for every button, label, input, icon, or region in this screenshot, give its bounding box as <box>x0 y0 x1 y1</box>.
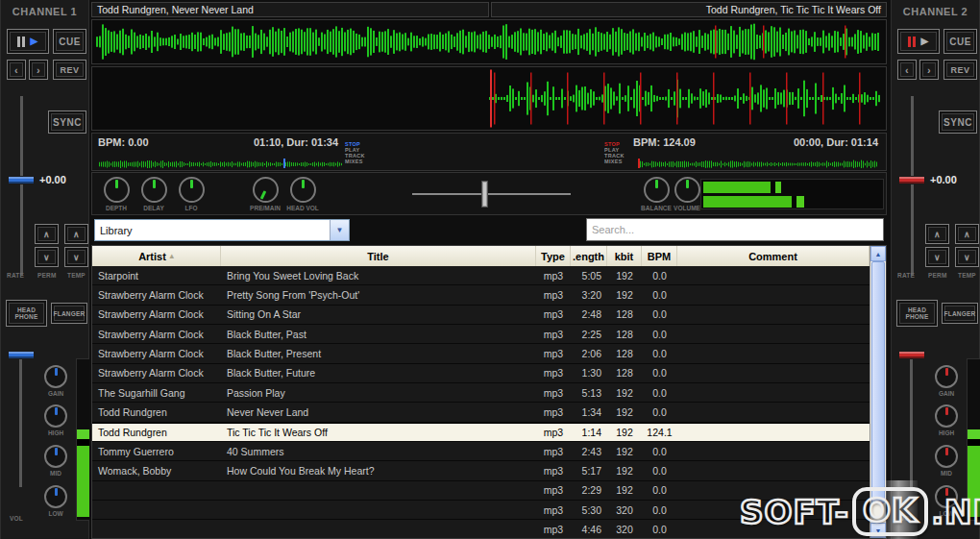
gain-knob[interactable] <box>935 365 958 388</box>
pause-icon <box>17 37 25 47</box>
pre-main-knob[interactable] <box>253 177 279 203</box>
step-back-button[interactable]: ‹ <box>7 60 26 80</box>
scroll-up-button[interactable]: ▲ <box>870 246 886 261</box>
cue-button[interactable]: CUE <box>943 29 977 54</box>
table-row[interactable]: Womack, BobbyHow Could You Break My Hear… <box>92 461 870 480</box>
library-source-dropdown[interactable]: Library ▼ <box>94 219 350 241</box>
perm-up-button[interactable]: ∧ <box>925 224 949 244</box>
deck-right-miniwave[interactable] <box>637 157 879 168</box>
table-row[interactable]: Strawberry Alarm ClockPretty Song From '… <box>92 285 870 305</box>
temp-down-button[interactable]: ∨ <box>64 247 88 267</box>
flanger-button[interactable]: FLANGER <box>942 303 978 324</box>
high-knob[interactable] <box>44 404 67 428</box>
flanger-button[interactable]: FLANGER <box>51 303 87 324</box>
deck-right-waveform[interactable] <box>91 66 887 131</box>
deck-left-track-title: Todd Rundgren, Never Never Land <box>97 4 254 15</box>
pitch-slider-handle[interactable] <box>898 176 925 184</box>
table-row[interactable]: Strawberry Alarm ClockBlack Butter, Pres… <box>92 344 870 363</box>
head-vol-knob[interactable] <box>290 177 316 203</box>
pitch-slider-track[interactable] <box>20 96 23 275</box>
cue-button[interactable]: CUE <box>53 29 86 54</box>
column-header-title[interactable]: Title <box>221 246 536 266</box>
dropdown-arrow-icon[interactable]: ▼ <box>330 220 349 240</box>
table-row[interactable]: StarpointBring You Sweet Loving Backmp35… <box>92 266 870 285</box>
cell-kbit: 192 <box>607 270 642 282</box>
step-back-button[interactable]: ‹ <box>897 60 917 80</box>
cell-type: mp3 <box>536 504 571 516</box>
sync-button[interactable]: SYNC <box>48 110 86 134</box>
table-row[interactable]: Todd RundgrenTic Tic Tic It Wears Offmp3… <box>92 423 870 442</box>
volume-slider-track[interactable] <box>19 359 22 487</box>
play-pause-button[interactable]: ▶ <box>7 29 49 54</box>
mid-knob[interactable] <box>935 445 958 468</box>
table-row[interactable]: Todd RundgrenNever Never Landmp31:341920… <box>92 403 870 422</box>
table-row[interactable]: Strawberry Alarm ClockBlack Butter, Past… <box>92 325 870 344</box>
temp-up-button[interactable]: ∧ <box>955 224 979 244</box>
rev-button[interactable]: REV <box>53 60 86 80</box>
volume-knob[interactable] <box>674 177 700 203</box>
column-header-type[interactable]: Type <box>536 246 571 266</box>
watermark: SOFT- OK .NET <box>740 487 980 536</box>
dropdown-value: Library <box>95 225 330 236</box>
volume-slider-track[interactable] <box>910 359 913 487</box>
crossfader-handle[interactable] <box>481 181 488 208</box>
cell-kbit: 128 <box>607 329 642 340</box>
column-header-comment[interactable]: Comment <box>677 246 870 266</box>
cell-artist: Strawberry Alarm Clock <box>92 289 221 301</box>
knob-indicator <box>945 448 948 455</box>
rev-button[interactable]: REV <box>943 60 977 80</box>
headphone-button[interactable]: HEAD PHONE <box>6 300 47 327</box>
knob-label: MID <box>941 470 952 477</box>
perm-up-button[interactable]: ∧ <box>35 224 59 244</box>
cell-bpm: 0.0 <box>642 289 677 301</box>
step-forward-button[interactable]: › <box>29 60 48 80</box>
cell-kbit: 192 <box>607 465 642 477</box>
cell-length: 2:06 <box>571 348 607 359</box>
sync-button[interactable]: SYNC <box>939 110 977 134</box>
column-header-artist[interactable]: Artist▴ <box>92 246 221 266</box>
temp-up-button[interactable]: ∧ <box>64 224 88 244</box>
delay-knob[interactable] <box>141 177 167 203</box>
mid-knob[interactable] <box>44 445 67 468</box>
dj-app-window: CHANNEL 1▶CUE‹›REVSYNC+0.00∧∧∨∨RATEPERMT… <box>0 0 980 539</box>
chevron-down-icon: ▼ <box>336 226 344 234</box>
column-header-kbit[interactable]: kbit <box>607 246 642 266</box>
vu-bar-left <box>703 182 881 193</box>
play-pause-button[interactable]: ▶ <box>897 29 940 54</box>
depth-knob[interactable] <box>104 177 130 203</box>
pitch-slider-track[interactable] <box>911 96 914 275</box>
knob-label: HIGH <box>939 429 954 436</box>
volume-slider-handle[interactable] <box>898 351 925 359</box>
table-row[interactable]: Strawberry Alarm ClockBlack Butter, Futu… <box>92 364 870 383</box>
cell-artist: Strawberry Alarm Clock <box>92 308 221 320</box>
table-row[interactable]: Strawberry Alarm ClockSitting On A Starm… <box>92 306 870 325</box>
play-icon: ▶ <box>30 37 37 46</box>
knob-label: GAIN <box>939 390 954 397</box>
pitch-slider-handle[interactable] <box>8 176 35 184</box>
crossfader-track[interactable] <box>412 193 571 195</box>
cell-kbit: 128 <box>607 308 642 320</box>
deck-left-waveform[interactable] <box>91 19 887 64</box>
scroll-thumb[interactable] <box>871 261 885 503</box>
gain-knob[interactable] <box>44 365 67 388</box>
lfo-knob[interactable] <box>179 177 205 203</box>
headphone-button[interactable]: HEAD PHONE <box>896 300 938 327</box>
volume-slider-handle[interactable] <box>8 351 35 359</box>
cell-length: 2:25 <box>571 329 607 340</box>
cell-length: 2:29 <box>571 484 607 496</box>
table-row[interactable]: The Sugarhill GangPassion Playmp35:13192… <box>92 383 870 403</box>
step-forward-button[interactable]: › <box>919 60 939 80</box>
temp-down-button[interactable]: ∨ <box>955 247 979 267</box>
perm-down-button[interactable]: ∨ <box>35 247 59 267</box>
cell-artist: Strawberry Alarm Clock <box>92 348 221 359</box>
knob-indicator <box>55 488 58 496</box>
low-knob[interactable] <box>44 485 67 508</box>
high-knob[interactable] <box>935 404 958 428</box>
column-header-bpm[interactable]: BPM <box>642 246 677 266</box>
search-input[interactable] <box>586 218 884 241</box>
cell-length: 5:30 <box>571 504 607 516</box>
table-row[interactable]: Tommy Guerrero40 Summersmp32:431920.0 <box>92 442 870 461</box>
perm-down-button[interactable]: ∨ <box>925 247 949 267</box>
column-header-ength[interactable]: .ength <box>571 246 607 266</box>
deck-left-miniwave[interactable] <box>98 157 344 168</box>
